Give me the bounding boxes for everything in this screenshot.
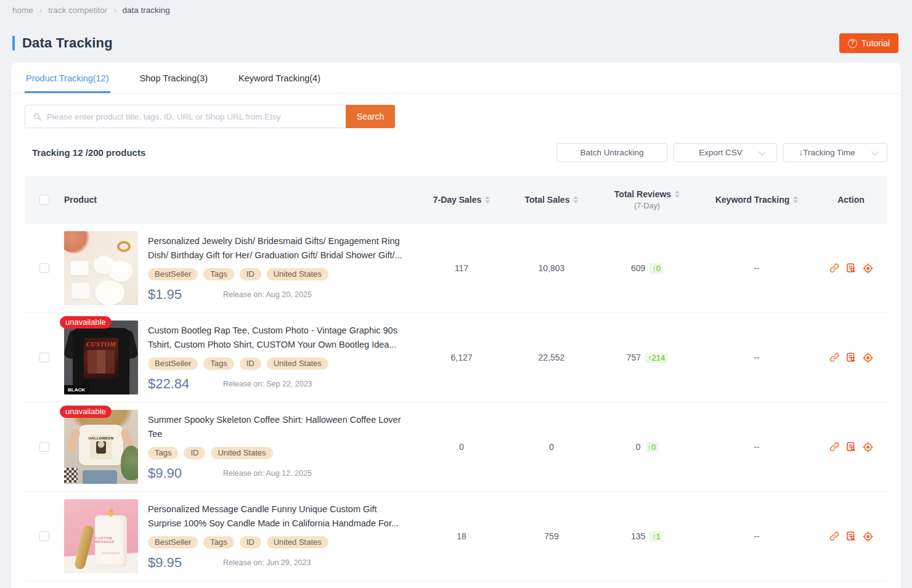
tab-bar: Product Tracking(12) Shop Tracking(3) Ke… <box>11 63 901 94</box>
reviews-delta-badge: ↑1 <box>649 531 663 542</box>
table-row: CUSTOM MESSAGE Personalized Message Cand… <box>25 492 887 581</box>
product-title[interactable]: Custom Bootleg Rap Tee, Custom Photo - V… <box>148 324 403 352</box>
sort-icon[interactable] <box>793 196 798 203</box>
row-actions <box>815 531 887 542</box>
table-row: Personalized Jewelry Dish/ Bridesmaid Gi… <box>25 224 887 313</box>
column-action: Action <box>815 195 887 205</box>
sort-icon[interactable] <box>485 196 490 203</box>
batch-untracking-button[interactable]: Batch Untracking <box>556 143 667 162</box>
tab-product-tracking[interactable]: Product Tracking(12) <box>25 63 110 93</box>
badge-country: United States <box>267 536 328 549</box>
badge-id: ID <box>240 268 261 280</box>
product-image[interactable]: unavailable CUSTOM BLACK <box>64 321 138 394</box>
link-icon[interactable] <box>829 441 840 452</box>
data-report-icon[interactable] <box>845 352 857 363</box>
target-tracking-icon[interactable] <box>862 441 874 453</box>
table-row: unavailable HALLOWEEN Summer Spooky Skel… <box>25 402 887 492</box>
total-sales-value: 759 <box>508 531 595 541</box>
breadcrumb-home[interactable]: home <box>12 6 33 15</box>
product-price: $9.90 <box>148 465 223 481</box>
badge-country: United States <box>211 447 272 459</box>
unavailable-badge: unavailable <box>60 406 112 418</box>
badge-bestseller: BestSeller <box>148 268 198 280</box>
batch-untracking-label: Batch Untracking <box>580 148 644 157</box>
total-reviews-value: 609 <box>631 263 645 273</box>
total-reviews-value: 0 <box>636 442 641 452</box>
search-input[interactable] <box>47 112 338 121</box>
badge-country: United States <box>267 357 328 370</box>
tracking-count: Tracking 12 /200 products <box>25 147 145 158</box>
badge-country: United States <box>267 268 328 280</box>
unavailable-badge: unavailable <box>60 316 112 329</box>
link-icon[interactable] <box>829 531 840 542</box>
breadcrumb-separator: › <box>113 6 116 15</box>
product-price: $9.95 <box>148 555 223 571</box>
keyword-tracking-value: -- <box>699 263 815 273</box>
breadcrumb-data-tracking: data tracking <box>123 6 170 15</box>
release-date: Release on: Aug 12, 2025 <box>223 469 312 478</box>
product-price: $1.95 <box>148 287 223 303</box>
product-title[interactable]: Summer Spooky Skeleton Coffee Shirt: Hal… <box>148 413 403 441</box>
row-checkbox[interactable] <box>39 442 49 452</box>
product-image[interactable]: unavailable HALLOWEEN <box>64 410 138 484</box>
link-icon[interactable] <box>829 352 840 363</box>
data-report-icon[interactable] <box>845 531 857 542</box>
row-checkbox[interactable] <box>39 531 49 541</box>
row-actions <box>815 263 887 274</box>
breadcrumb-separator: › <box>39 6 42 15</box>
7day-sales-value: 0 <box>415 442 508 452</box>
release-date: Release on: Aug 20, 2025 <box>223 290 312 299</box>
target-tracking-icon[interactable] <box>862 531 874 542</box>
7day-sales-value: 117 <box>415 263 508 273</box>
table-row: unavailable CUSTOM BLACK Custom Bootleg … <box>25 313 887 402</box>
product-title[interactable]: Personalized Message Candle Funny Unique… <box>148 502 403 531</box>
product-price: $22.84 <box>148 376 223 392</box>
badge-bestseller: BestSeller <box>148 536 198 549</box>
chevron-down-icon <box>758 148 766 156</box>
tracking-table: Product 7-Day Sales Total Sales Total Re… <box>25 176 887 581</box>
tutorial-button-label: Tutorial <box>861 38 890 48</box>
breadcrumb-track-competitor[interactable]: track competitor <box>48 6 107 15</box>
column-keyword-tracking: Keyword Tracking <box>699 195 815 205</box>
row-checkbox[interactable] <box>39 263 49 273</box>
product-title[interactable]: Personalized Jewelry Dish/ Bridesmaid Gi… <box>148 234 403 263</box>
search-button[interactable]: Search <box>346 105 395 128</box>
page-title: Data Tracking <box>22 35 113 51</box>
reviews-delta-badge: ↑0 <box>645 442 659 452</box>
column-7day-sales: 7-Day Sales <box>415 195 508 205</box>
data-report-icon[interactable] <box>845 441 857 452</box>
breadcrumb: home › track competitor › data tracking <box>0 0 912 15</box>
total-sales-value: 10,803 <box>508 263 595 273</box>
row-checkbox[interactable] <box>39 353 49 362</box>
tab-shop-tracking[interactable]: Shop Tracking(3) <box>139 63 209 93</box>
search-box[interactable] <box>25 105 346 128</box>
release-date: Release on: Sep 22, 2023 <box>223 380 312 388</box>
product-image[interactable] <box>64 231 138 305</box>
badge-tags: Tags <box>203 268 234 280</box>
total-reviews-value: 135 <box>631 531 645 541</box>
sort-icon[interactable] <box>675 190 680 198</box>
badge-tags: Tags <box>203 536 234 549</box>
toolbar: Tracking 12 /200 products Batch Untracki… <box>11 132 901 165</box>
7day-sales-value: 18 <box>415 531 508 541</box>
export-csv-button[interactable]: Export CSV <box>674 143 777 162</box>
title-accent-bar <box>12 36 15 51</box>
data-report-icon[interactable] <box>845 263 857 274</box>
product-image[interactable]: CUSTOM MESSAGE <box>64 499 138 573</box>
7day-sales-value: 6,127 <box>415 353 508 362</box>
link-icon[interactable] <box>829 263 840 274</box>
reviews-delta-badge: ↑214 <box>645 353 667 363</box>
tab-keyword-tracking[interactable]: Keyword Tracking(4) <box>237 63 322 93</box>
tracking-time-sort-button[interactable]: ↓Tracking Time <box>783 143 887 162</box>
keyword-tracking-value: -- <box>699 353 815 362</box>
export-csv-label: Export CSV <box>699 148 743 157</box>
badge-bestseller: BestSeller <box>148 357 198 370</box>
release-date: Release on: Jun 29, 2023 <box>223 558 311 567</box>
keyword-tracking-value: -- <box>699 442 815 452</box>
select-all-checkbox[interactable] <box>39 195 49 205</box>
target-tracking-icon[interactable] <box>862 352 874 364</box>
target-tracking-icon[interactable] <box>862 263 874 274</box>
sort-icon[interactable] <box>573 196 578 203</box>
badge-tags: Tags <box>203 357 234 370</box>
tutorial-button[interactable]: ? Tutorial <box>839 33 898 53</box>
